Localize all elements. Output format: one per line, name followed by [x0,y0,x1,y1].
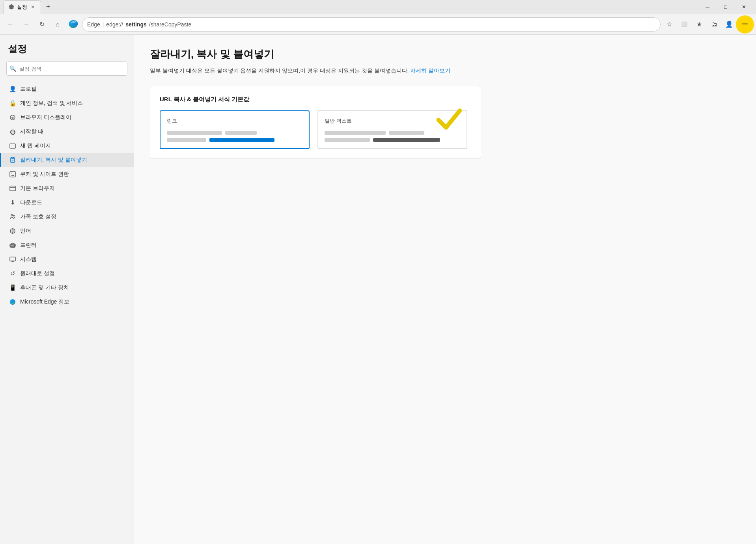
sidebar-item-label: 잘라내기, 복사 및 붙여넣기 [20,156,126,164]
cookies-icon [9,171,16,178]
format-option-link-label: 링크 [167,117,302,125]
mock-bar-blue [209,138,274,142]
read-aloud-button[interactable]: ⬜ [677,17,691,32]
search-input[interactable] [6,61,127,76]
sidebar-item-label: 브라우저 디스플레이 [20,114,126,121]
sidebar-item-system[interactable]: 시스템 [0,252,134,266]
home-button[interactable]: ⌂ [50,17,65,32]
forward-icon: → [23,21,29,28]
sidebar-item-clipboard[interactable]: 잘라내기, 복사 및 붙여넣기 [0,153,134,167]
sidebar-item-label: 개인 정보, 검색 및 서비스 [20,100,126,107]
sidebar-item-label: 기본 브라우저 [20,185,126,192]
svg-point-9 [13,215,15,216]
sidebar-item-downloads[interactable]: ⬇ 다운로드 [0,196,134,210]
address-bar[interactable]: Edge | edge://settings/shareCopyPaste [82,17,661,32]
newtab-icon [9,142,16,149]
active-tab[interactable]: 설정 ✕ [3,0,41,14]
printer-icon [9,242,16,249]
sidebar-item-display[interactable]: 브라우저 디스플레이 [0,110,134,125]
download-icon: ⬇ [9,199,16,206]
back-icon: ← [7,21,13,28]
minimize-button[interactable]: ─ [698,0,717,14]
refresh-button[interactable]: ↻ [35,17,49,32]
checkmark-icon [435,107,463,131]
back-button[interactable]: ← [3,17,17,32]
new-tab-button[interactable]: + [43,2,54,13]
format-options: 링크 [160,110,471,149]
plaintext-mock-content [325,131,460,142]
mock-bar [167,131,222,135]
sidebar-item-label: 프로필 [20,86,126,93]
sidebar-item-label: 다운로드 [20,199,126,206]
sidebar-item-startup[interactable]: ⏻ 시작할 때 [0,125,134,139]
profile-button[interactable]: 👤 [722,17,736,32]
svg-point-8 [11,214,13,216]
svg-point-5 [11,173,12,173]
checkmark-overlay [435,107,463,132]
tab-close-button[interactable]: ✕ [30,4,36,10]
favorites-button[interactable]: ☆ [662,17,676,32]
maximize-button[interactable]: □ [717,0,735,14]
family-icon [9,213,16,220]
tab-title: 설정 [17,4,27,11]
display-icon [9,114,16,121]
menu-button[interactable]: ··· [737,17,753,32]
sidebar: 설정 🔍 👤 프로필 🔒 개인 정보, 검색 및 서비스 브라우저 디스플레이 … [0,35,134,544]
sidebar-item-family[interactable]: 가족 보호 설정 [0,210,134,224]
system-icon [9,256,16,263]
setting-card: URL 복사 & 붙여넣기 서식 기본값 링크 [150,86,481,159]
menu-icon: ··· [742,20,748,28]
format-option-link[interactable]: 링크 [160,110,310,149]
profile-sidebar-icon: 👤 [9,86,16,93]
sidebar-item-about[interactable]: Microsoft Edge 정보 [0,295,134,309]
edge-about-icon [9,298,16,306]
sidebar-item-profile[interactable]: 👤 프로필 [0,82,134,96]
tab-settings-icon [8,4,15,10]
window-controls: ─ □ ✕ [698,0,753,14]
sidebar-item-reset[interactable]: ↺ 원래대로 설정 [0,266,134,281]
collections-button[interactable]: 🗂 [707,17,721,32]
tab-area: 설정 ✕ + [3,0,54,14]
mock-bar [325,131,386,135]
main-layout: 설정 🔍 👤 프로필 🔒 개인 정보, 검색 및 서비스 브라우저 디스플레이 … [0,35,756,544]
clipboard-icon [9,156,16,164]
home-icon: ⌂ [56,21,60,28]
navbar: ← → ↻ ⌂ Edge | edge://settings/shareCopy… [0,14,756,35]
mock-bar [167,138,206,142]
sidebar-item-label: 프린터 [20,242,126,249]
sidebar-item-language[interactable]: 언어 [0,224,134,238]
page-title: 잘라내기, 복사 및 붙여넣기 [150,47,740,61]
mock-bar [225,131,257,135]
content-area: 잘라내기, 복사 및 붙여넣기 일부 붙여넣기 대상은 모든 붙여넣기 옵션을 … [134,35,756,544]
sidebar-item-privacy[interactable]: 🔒 개인 정보, 검색 및 서비스 [0,96,134,110]
close-button[interactable]: ✕ [735,0,753,14]
sidebar-title: 설정 [0,43,134,61]
address-rest: /shareCopyPaste [149,21,191,28]
forward-button[interactable]: → [19,17,33,32]
search-box: 🔍 [6,61,127,76]
sidebar-item-browser[interactable]: 기본 브라우저 [0,181,134,196]
sidebar-item-newtab[interactable]: 새 탭 페이지 [0,139,134,153]
mock-bar [389,131,424,135]
sidebar-item-mobile[interactable]: 📱 휴대폰 및 기타 장치 [0,281,134,295]
sidebar-item-label: 언어 [20,227,126,235]
address-scheme: edge:// [106,21,123,28]
sidebar-item-cookies[interactable]: 쿠키 및 사이트 권한 [0,167,134,181]
link-mock-content [167,131,302,142]
star-icon: ☆ [666,20,672,28]
svg-rect-13 [10,257,15,261]
svg-rect-2 [10,144,15,148]
svg-rect-7 [10,186,15,191]
read-aloud-icon: ⬜ [681,21,687,27]
browser-icon [9,185,16,192]
mock-bar [325,138,370,142]
format-option-plaintext[interactable]: 일반 텍스트 [317,110,467,149]
refresh-icon: ↻ [39,20,45,28]
sidebar-item-printer[interactable]: 프린터 [0,238,134,252]
profile-icon: 👤 [725,20,733,28]
navbar-right: ☆ ⬜ ★ 🗂 👤 ··· [662,17,753,32]
svg-rect-4 [10,171,15,177]
lock-icon: 🔒 [9,100,16,107]
learn-more-link[interactable]: 자세히 알아보기 [410,67,450,74]
favorites-bar-button[interactable]: ★ [692,17,706,32]
